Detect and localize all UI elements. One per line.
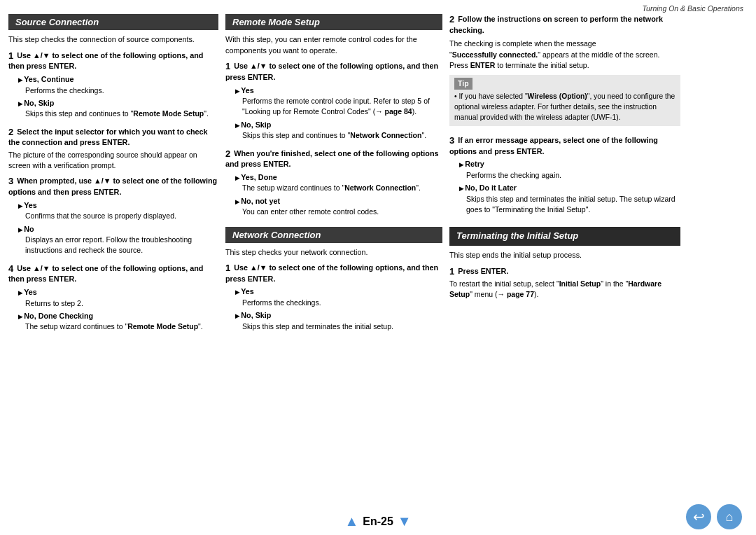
source-connection-section: Source Connection This step checks the c… bbox=[8, 14, 218, 500]
footer-icons: ↩ ⌂ bbox=[686, 504, 742, 529]
source-connection-body: This step checks the connection of sourc… bbox=[8, 34, 218, 335]
back-button[interactable]: ↩ bbox=[686, 504, 711, 529]
footer-nav[interactable]: ▲ En-25 ▼ bbox=[344, 513, 411, 529]
page-footer: ▲ En-25 ▼ ↩ ⌂ bbox=[0, 508, 756, 535]
network-connection-header: Network Connection bbox=[225, 227, 442, 243]
option-no-not-yet: No, not yet You can enter other remote c… bbox=[235, 196, 442, 218]
option-no-do-later: No, Do it Later Skips this step and term… bbox=[459, 183, 680, 215]
terminating-header: Terminating the Initial Setup bbox=[449, 227, 680, 246]
right-column: 2 Follow the instructions on screen to p… bbox=[449, 14, 680, 500]
remote-mode-header: Remote Mode Setup bbox=[225, 14, 442, 30]
option-retry: Retry Performs the checking again. bbox=[459, 159, 680, 181]
source-step-2: 2 Select the input selector for which yo… bbox=[8, 127, 218, 172]
source-step-4: 4 Use ▲/▼ to select one of the following… bbox=[8, 263, 218, 335]
remote-mode-body: With this step, you can enter remote con… bbox=[225, 34, 442, 220]
source-step-1: 1 Use ▲/▼ to select one of the following… bbox=[8, 50, 218, 122]
option-no-1: No Displays an error report. Follow the … bbox=[18, 224, 218, 256]
source-step-3: 3 When prompted, use ▲/▼ to select one o… bbox=[8, 176, 218, 258]
middle-column: Remote Mode Setup With this step, you ca… bbox=[225, 14, 442, 500]
option-yes-remote: Yes Performs the remote control code inp… bbox=[235, 85, 442, 118]
option-no-skip-remote: No, Skip Skips this step and continues t… bbox=[235, 120, 442, 141]
page-header: Turning On & Basic Operations bbox=[0, 0, 756, 14]
terminating-intro: This step ends the initial setup process… bbox=[449, 250, 680, 261]
option-yes-network: Yes Performs the checkings. bbox=[235, 286, 442, 308]
option-no-skip-network: No, Skip Skips this step and terminates … bbox=[235, 310, 442, 332]
option-no-skip-1: No, Skip Skips this step and continues t… bbox=[18, 98, 218, 120]
source-intro: This step checks the connection of sourc… bbox=[8, 34, 218, 46]
terminating-step-1: 1 Press ENTER. To restart the initial se… bbox=[449, 266, 680, 300]
right-step-3: 3 If an error message appears, select on… bbox=[449, 135, 680, 217]
option-done-checking: No, Done Checking The setup wizard conti… bbox=[18, 311, 218, 333]
tip-label: Tip bbox=[454, 78, 472, 90]
tip-box: Tip • If you have selected "Wireless (Op… bbox=[449, 75, 680, 126]
option-yes-1: Yes Confirms that the source is properly… bbox=[18, 200, 218, 222]
remote-step-1: 1 Use ▲/▼ to select one of the following… bbox=[225, 61, 442, 143]
prev-page-arrow[interactable]: ▲ bbox=[344, 513, 358, 529]
remote-step-2: 2 When you're finished, select one of th… bbox=[225, 148, 442, 220]
option-yes-done: Yes, Done The setup wizard continues to … bbox=[235, 172, 442, 194]
main-content: Source Connection This step checks the c… bbox=[0, 14, 756, 500]
page-number: En-25 bbox=[363, 515, 393, 528]
chapter-title: Turning On & Basic Operations bbox=[642, 4, 743, 13]
network-connection-body: This step checks your network connection… bbox=[225, 247, 442, 335]
home-button[interactable]: ⌂ bbox=[717, 504, 742, 529]
remote-intro: With this step, you can enter remote con… bbox=[225, 34, 442, 56]
network-intro: This step checks your network connection… bbox=[225, 247, 442, 258]
right-body: 2 Follow the instructions on screen to p… bbox=[449, 14, 680, 300]
source-connection-header: Source Connection bbox=[8, 14, 218, 30]
network-connection-section: Network Connection This step checks your… bbox=[225, 227, 442, 335]
terminating-section: Terminating the Initial Setup This step … bbox=[449, 227, 680, 300]
next-page-arrow[interactable]: ▼ bbox=[398, 513, 412, 529]
remote-mode-section: Remote Mode Setup With this step, you ca… bbox=[225, 14, 442, 220]
option-yes-2: Yes Returns to step 2. bbox=[18, 287, 218, 309]
option-yes-continue: Yes, Continue Performs the checkings. bbox=[18, 74, 218, 96]
tip-content: • If you have selected "Wireless (Option… bbox=[454, 92, 676, 123]
network-step-1: 1 Use ▲/▼ to select one of the following… bbox=[225, 263, 442, 334]
right-step-2: 2 Follow the instructions on screen to p… bbox=[449, 14, 680, 130]
